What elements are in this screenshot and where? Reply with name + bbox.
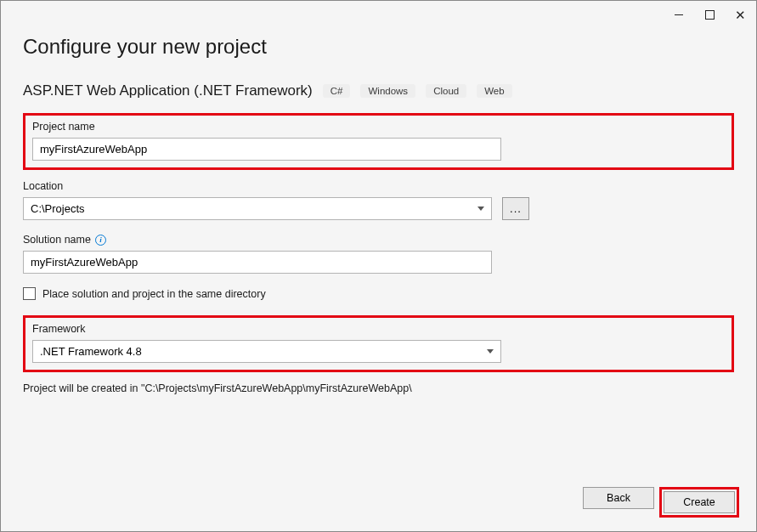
project-name-label: Project name [32,121,725,133]
framework-select[interactable]: .NET Framework 4.8 [32,340,501,363]
creation-path-summary: Project will be created in "C:\Projects\… [23,382,734,394]
project-name-input[interactable] [32,138,501,161]
location-label: Location [23,180,734,192]
tag-csharp: C# [323,84,351,98]
solution-name-label: Solution name [23,234,91,246]
template-name: ASP.NET Web Application (.NET Framework) [23,82,313,99]
solution-name-input[interactable] [23,251,492,274]
tag-windows: Windows [360,84,415,98]
framework-label: Framework [32,323,725,335]
same-directory-checkbox[interactable] [23,287,36,300]
tag-cloud: Cloud [426,84,466,98]
page-title: Configure your new project [23,35,734,59]
framework-highlight: Framework .NET Framework 4.8 [23,315,734,372]
same-directory-label: Place solution and project in the same d… [42,288,266,300]
info-icon[interactable]: i [95,235,106,246]
back-button[interactable]: Back [583,487,654,509]
close-icon[interactable]: ✕ [734,8,746,20]
window-titlebar: ✕ [1,1,756,28]
location-select[interactable]: C:\Projects [23,197,492,220]
minimize-icon[interactable] [673,8,685,20]
browse-button[interactable]: ... [502,197,529,220]
create-highlight: Create [659,487,739,518]
project-name-highlight: Project name [23,113,734,170]
tag-web: Web [477,84,511,98]
create-button[interactable]: Create [664,491,735,513]
maximize-icon[interactable] [703,8,715,20]
